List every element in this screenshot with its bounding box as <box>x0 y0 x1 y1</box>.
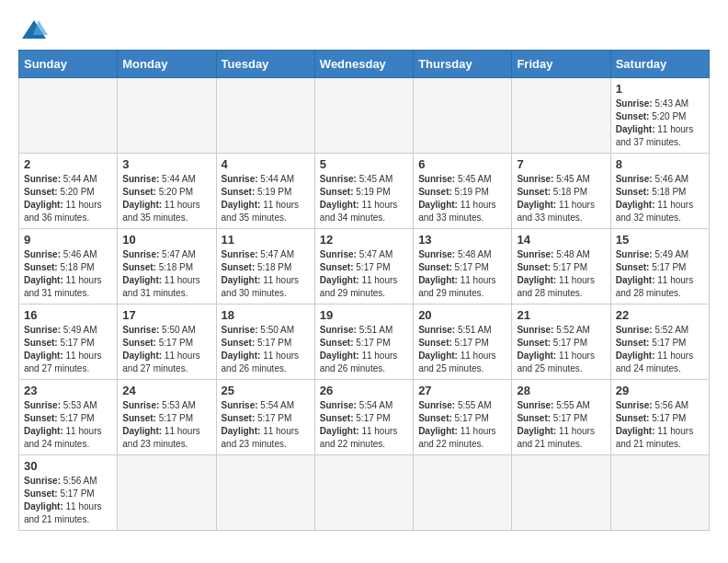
calendar-cell: 22Sunrise: 5:52 AMSunset: 5:17 PMDayligh… <box>610 304 709 380</box>
day-info-value: 5:49 AM <box>654 249 688 259</box>
day-info-value: 5:50 AM <box>162 325 196 335</box>
day-number: 30 <box>24 459 112 473</box>
day-info-label: Sunrise: <box>517 249 556 259</box>
day-info-value: 5:20 PM <box>159 187 193 197</box>
calendar-cell: 21Sunrise: 5:52 AMSunset: 5:17 PMDayligh… <box>512 304 610 380</box>
day-info-label: Sunset: <box>320 187 356 197</box>
calendar-cell: 7Sunrise: 5:45 AMSunset: 5:18 PMDaylight… <box>512 154 610 229</box>
day-info-value: 5:47 AM <box>260 249 294 259</box>
calendar-cell: 25Sunrise: 5:54 AMSunset: 5:17 PMDayligh… <box>216 380 314 455</box>
weekday-header-sunday: Sunday <box>19 51 118 78</box>
day-info-value: 5:44 AM <box>63 174 97 184</box>
day-info-label: Sunrise: <box>222 400 261 410</box>
day-info-label: Daylight: <box>517 200 559 210</box>
day-info-label: Sunset: <box>320 338 356 348</box>
day-info-label: Daylight: <box>24 275 66 285</box>
day-info-label: Sunset: <box>122 262 158 272</box>
calendar-cell <box>314 455 413 531</box>
day-number: 13 <box>418 233 506 247</box>
day-info-label: Sunset: <box>24 488 60 499</box>
day-info-value: 5:17 PM <box>257 413 291 423</box>
day-info-label: Sunset: <box>517 262 552 272</box>
week-row-6: 30Sunrise: 5:56 AMSunset: 5:17 PMDayligh… <box>19 455 710 531</box>
calendar-cell: 1Sunrise: 5:43 AMSunset: 5:20 PMDaylight… <box>610 78 709 154</box>
day-info-label: Sunrise: <box>24 400 63 410</box>
day-info-label: Daylight: <box>122 275 165 285</box>
logo-icon <box>20 18 48 40</box>
day-info-value: 5:45 AM <box>458 174 492 184</box>
day-info-label: Daylight: <box>122 350 165 361</box>
day-info-label: Sunset: <box>222 262 257 272</box>
day-info-value: 5:47 AM <box>162 249 196 259</box>
day-info-label: Sunset: <box>24 262 60 272</box>
weekday-header-saturday: Saturday <box>610 51 709 78</box>
day-info-label: Daylight: <box>616 275 658 285</box>
day-info-value: 5:17 PM <box>652 262 686 272</box>
day-info-value: 5:44 AM <box>260 174 294 184</box>
day-info-label: Daylight: <box>24 350 66 361</box>
day-info-label: Daylight: <box>616 200 658 210</box>
day-info-value: 5:47 AM <box>359 249 393 259</box>
day-number: 9 <box>24 233 112 247</box>
day-number: 4 <box>222 157 310 171</box>
day-info-value: 5:17 PM <box>356 262 390 272</box>
day-info-value: 5:18 PM <box>553 187 587 197</box>
day-info-label: Sunrise: <box>24 325 63 335</box>
day-info-label: Sunrise: <box>418 400 458 410</box>
day-info-label: Sunset: <box>418 262 454 272</box>
day-number: 25 <box>222 384 310 397</box>
day-info-label: Sunset: <box>24 187 60 197</box>
calendar-cell: 13Sunrise: 5:48 AMSunset: 5:17 PMDayligh… <box>414 229 512 304</box>
day-info-label: Sunrise: <box>418 249 458 259</box>
day-info-label: Sunrise: <box>122 174 162 184</box>
day-info-label: Daylight: <box>222 200 264 210</box>
calendar-cell: 20Sunrise: 5:51 AMSunset: 5:17 PMDayligh… <box>414 304 512 380</box>
day-number: 19 <box>320 308 408 322</box>
day-info-label: Daylight: <box>24 501 66 511</box>
calendar-cell: 24Sunrise: 5:53 AMSunset: 5:17 PMDayligh… <box>118 380 216 455</box>
calendar-cell: 6Sunrise: 5:45 AMSunset: 5:19 PMDaylight… <box>414 154 512 229</box>
day-info-label: Sunset: <box>122 413 158 423</box>
day-info-label: Sunset: <box>222 338 257 348</box>
calendar-cell: 4Sunrise: 5:44 AMSunset: 5:19 PMDaylight… <box>216 154 314 229</box>
day-info-label: Sunrise: <box>222 325 261 335</box>
day-info-value: 5:19 PM <box>257 187 291 197</box>
calendar-cell: 16Sunrise: 5:49 AMSunset: 5:17 PMDayligh… <box>19 304 118 380</box>
day-info-value: 5:19 PM <box>356 187 390 197</box>
day-info-label: Sunset: <box>517 413 552 423</box>
day-info-label: Daylight: <box>222 426 264 436</box>
day-info-label: Sunset: <box>517 187 552 197</box>
day-number: 1 <box>616 82 704 96</box>
day-number: 8 <box>616 157 704 171</box>
calendar-cell: 12Sunrise: 5:47 AMSunset: 5:17 PMDayligh… <box>314 229 413 304</box>
day-info-label: Daylight: <box>222 275 264 285</box>
day-info-label: Daylight: <box>517 350 559 361</box>
day-info-value: 5:17 PM <box>257 338 291 348</box>
day-info-label: Sunset: <box>24 413 60 423</box>
day-info-label: Sunrise: <box>24 476 63 486</box>
day-number: 24 <box>122 384 210 397</box>
weekday-header-thursday: Thursday <box>414 51 512 78</box>
day-info-value: 5:51 AM <box>458 325 492 335</box>
calendar-cell: 3Sunrise: 5:44 AMSunset: 5:20 PMDaylight… <box>118 154 216 229</box>
day-info-value: 5:44 AM <box>162 174 196 184</box>
day-number: 17 <box>122 308 210 322</box>
day-number: 28 <box>517 384 605 397</box>
day-info-label: Sunrise: <box>320 174 359 184</box>
day-info-label: Sunrise: <box>517 174 556 184</box>
day-info-label: Sunrise: <box>320 325 359 335</box>
day-info-value: 5:53 AM <box>63 400 97 410</box>
day-info-value: 5:17 PM <box>159 413 193 423</box>
day-info-value: 5:17 PM <box>652 413 686 423</box>
day-info-value: 5:17 PM <box>455 338 489 348</box>
day-info-value: 5:45 AM <box>556 174 590 184</box>
day-info-label: Sunset: <box>418 187 454 197</box>
day-info-label: Sunrise: <box>320 249 359 259</box>
day-info-value: 5:55 AM <box>458 400 492 410</box>
day-number: 22 <box>616 308 704 322</box>
weekday-header-row: SundayMondayTuesdayWednesdayThursdayFrid… <box>19 51 710 78</box>
calendar-cell: 5Sunrise: 5:45 AMSunset: 5:19 PMDaylight… <box>314 154 413 229</box>
weekday-header-tuesday: Tuesday <box>216 51 314 78</box>
day-number: 2 <box>24 157 112 171</box>
calendar-body: 1Sunrise: 5:43 AMSunset: 5:20 PMDaylight… <box>19 78 710 531</box>
